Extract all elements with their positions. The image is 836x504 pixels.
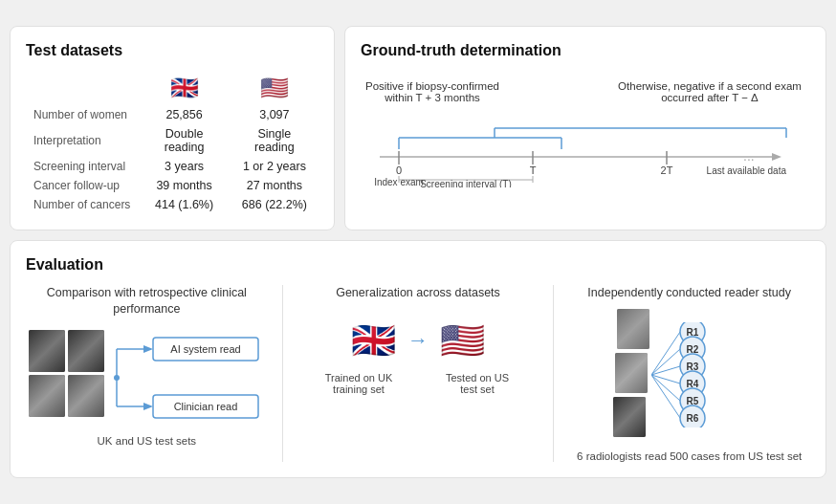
svg-text:Clinician read: Clinician read [174, 401, 238, 412]
mammo-reader-stack [613, 313, 646, 437]
table-row: Screening interval 3 years 1 or 2 years [26, 157, 319, 176]
evaluation-title: Evaluation [26, 256, 810, 274]
svg-text:Index exam: Index exam [374, 177, 424, 187]
gt-positive-label: Positive if biopsy-confirmed within T + … [361, 80, 504, 103]
mammo-img-3 [68, 330, 104, 372]
ground-truth-title: Ground-truth determination [361, 42, 810, 59]
gt-negative-label: Otherwise, negative if a second exam occ… [609, 80, 810, 103]
svg-text:Screening interval (T): Screening interval (T) [420, 179, 512, 187]
table-row: Number of women 25,856 3,097 [26, 105, 319, 124]
uk-flag-gen: 🇬🇧 [351, 322, 396, 359]
svg-text:R6: R6 [686, 413, 698, 424]
svg-marker-1 [772, 153, 781, 161]
mammo-img-1 [29, 330, 65, 372]
row-uk: 414 (1.6%) [138, 195, 230, 214]
svg-marker-23 [143, 345, 153, 353]
svg-text:...: ... [743, 148, 755, 164]
mammo-reader-3 [613, 397, 646, 437]
reader-arrows-svg: R1 R2 R3 R4 R5 [651, 322, 766, 427]
eval-section-generalization: Generalization across datasets 🇬🇧 → 🇺🇸 T… [297, 285, 539, 463]
table-row: Number of cancers 414 (1.6%) 686 (22.2%) [26, 195, 319, 214]
gt-annotations: Positive if biopsy-confirmed within T + … [361, 80, 810, 103]
mammo-img-4 [68, 375, 104, 417]
row-us: 27 months [231, 176, 319, 195]
row-uk: Double reading [138, 124, 230, 157]
row-label: Number of cancers [26, 195, 138, 214]
ground-truth-card: Ground-truth determination Positive if b… [344, 26, 826, 230]
uk-flag-icon: 🇬🇧 [170, 75, 199, 100]
us-flag-icon: 🇺🇸 [260, 75, 289, 100]
evaluation-card: Evaluation Comparison with retrospective… [10, 240, 826, 479]
reader-study-title: Independently conducted reader study [587, 285, 791, 302]
svg-text:AI system read: AI system read [170, 343, 240, 355]
row-label: Interpretation [26, 124, 138, 157]
flag-us-header: 🇺🇸 [231, 71, 319, 105]
top-row: Test datasets 🇬🇧 🇺🇸 Number of wome [10, 26, 826, 230]
row-label: Cancer follow-up [26, 176, 138, 195]
mammo-images-comparison [29, 330, 104, 417]
eval-section-comparison: Comparison with retrospective clinical p… [26, 285, 268, 463]
gt-timeline-svg: ... 0 T 2T [361, 111, 810, 187]
test-datasets-title: Test datasets [26, 42, 319, 59]
main-container: Test datasets 🇬🇧 🇺🇸 Number of wome [0, 16, 836, 489]
svg-text:2T: 2T [661, 164, 673, 176]
svg-marker-26 [143, 403, 153, 410]
row-label: Number of women [26, 105, 138, 124]
comparison-arrows-svg: AI system read Clinician read [112, 330, 265, 426]
row-uk: 39 months [138, 176, 230, 195]
row-us: Single reading [231, 124, 319, 157]
row-uk: 25,856 [138, 105, 230, 124]
arrow-gen: → [407, 328, 429, 353]
mammo-reader-2 [615, 353, 648, 393]
row-us: 1 or 2 years [231, 157, 319, 176]
svg-text:T: T [530, 164, 537, 176]
us-flag-gen: 🇺🇸 [440, 322, 485, 359]
row-us: 686 (22.2%) [231, 195, 319, 214]
row-label: Screening interval [26, 157, 138, 176]
tested-label: Tested on US test set [439, 372, 516, 395]
datasets-table: 🇬🇧 🇺🇸 Number of women 25,856 3,097 Inter… [26, 71, 319, 214]
eval-sections: Comparison with retrospective clinical p… [26, 285, 810, 463]
svg-point-27 [114, 375, 120, 381]
trained-label: Trained on UK training set [320, 372, 397, 395]
eval-section-reader-study: Independently conducted reader study [568, 285, 810, 463]
table-row: Cancer follow-up 39 months 27 months [26, 176, 319, 195]
svg-text:0: 0 [396, 164, 402, 176]
reader-study-bottom-label: 6 radiologists read 500 cases from US te… [577, 450, 802, 462]
comparison-bottom-label: UK and US test sets [98, 435, 197, 447]
divider-2 [553, 285, 554, 463]
comparison-title: Comparison with retrospective clinical p… [26, 285, 268, 318]
row-us: 3,097 [231, 105, 319, 124]
mammo-reader-1 [617, 309, 649, 349]
gt-diagram: Positive if biopsy-confirmed within T + … [361, 71, 810, 200]
table-row: Interpretation Double reading Single rea… [26, 124, 319, 157]
divider-1 [282, 285, 283, 463]
svg-text:Last available data: Last available data [707, 165, 787, 176]
test-datasets-card: Test datasets 🇬🇧 🇺🇸 Number of wome [10, 26, 335, 230]
flag-uk-header: 🇬🇧 [138, 71, 230, 105]
mammo-img-2 [29, 375, 65, 417]
row-uk: 3 years [138, 157, 230, 176]
generalization-title: Generalization across datasets [336, 285, 500, 302]
